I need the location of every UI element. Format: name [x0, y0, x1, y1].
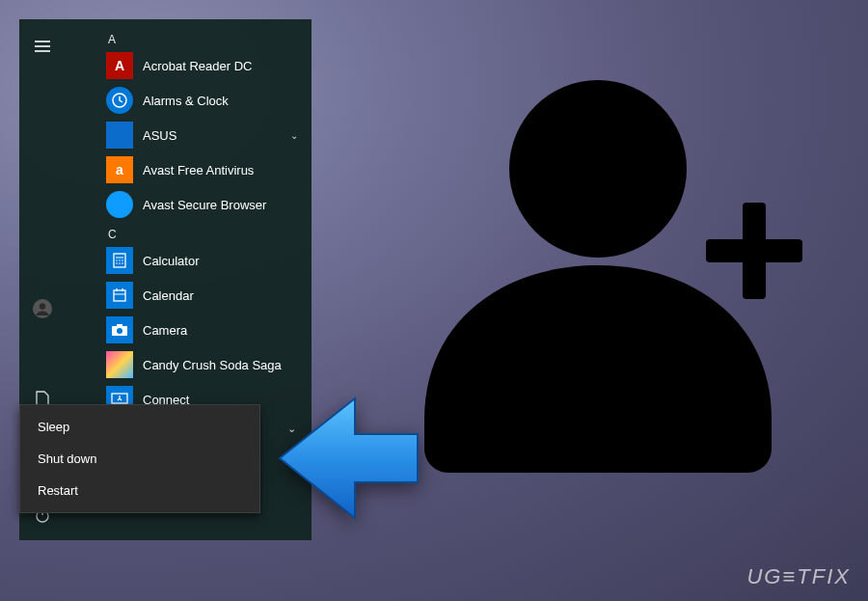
- app-asus-folder[interactable]: ASUS ⌄: [66, 118, 312, 152]
- calendar-icon: [106, 282, 133, 309]
- svg-point-21: [122, 262, 123, 264]
- acrobat-icon: A: [106, 52, 133, 79]
- add-user-silhouette: [405, 58, 820, 473]
- app-camera[interactable]: Camera: [66, 313, 312, 347]
- power-sleep[interactable]: Sleep: [20, 411, 259, 443]
- section-header[interactable]: C: [66, 222, 312, 243]
- app-label: Calculator: [143, 254, 200, 268]
- app-label: Calendar: [143, 288, 194, 303]
- watermark-text: TFIX: [797, 564, 851, 588]
- app-acrobat-reader[interactable]: A Acrobat Reader DC: [66, 48, 312, 83]
- app-avast-browser[interactable]: Avast Secure Browser: [66, 187, 312, 222]
- power-restart[interactable]: Restart: [20, 475, 259, 506]
- svg-rect-22: [114, 290, 125, 301]
- app-avast-antivirus[interactable]: a Avast Free Antivirus: [66, 152, 312, 187]
- chevron-down-icon: ⌄: [287, 423, 296, 435]
- camera-icon: [106, 316, 133, 343]
- app-candy-crush[interactable]: Candy Crush Soda Saga: [66, 347, 312, 382]
- avast-browser-icon: [106, 191, 133, 218]
- watermark: UG≡TFIX: [746, 564, 851, 589]
- power-shutdown[interactable]: Shut down: [20, 443, 259, 475]
- candy-crush-icon: [106, 351, 133, 378]
- svg-point-19: [116, 262, 118, 264]
- svg-point-20: [119, 262, 121, 264]
- svg-point-0: [509, 80, 687, 258]
- avast-icon: a: [106, 156, 133, 183]
- svg-rect-28: [117, 324, 122, 327]
- app-label: ASUS: [143, 128, 176, 143]
- app-label: Acrobat Reader DC: [143, 59, 252, 73]
- svg-point-18: [122, 260, 123, 261]
- section-header[interactable]: A: [66, 29, 312, 48]
- app-label: Alarms & Clock: [143, 94, 229, 108]
- power-context-menu: Sleep Shut down Restart: [19, 404, 260, 513]
- svg-rect-2: [706, 239, 802, 262]
- user-account-button[interactable]: [19, 289, 66, 328]
- clock-icon: [106, 87, 133, 114]
- app-label: Avast Free Antivirus: [143, 163, 254, 178]
- chevron-down-icon: ⌄: [290, 130, 298, 141]
- annotation-arrow: [268, 381, 422, 535]
- app-alarms-clock[interactable]: Alarms & Clock: [66, 83, 312, 118]
- app-label: Avast Secure Browser: [143, 198, 266, 212]
- app-calculator[interactable]: Calculator: [66, 243, 312, 278]
- svg-point-27: [117, 328, 122, 334]
- app-calendar[interactable]: Calendar: [66, 278, 312, 313]
- app-label: Candy Crush Soda Saga: [143, 358, 282, 372]
- svg-point-7: [40, 303, 45, 309]
- app-label: Camera: [143, 323, 187, 338]
- hamburger-icon[interactable]: [19, 27, 66, 66]
- watermark-text: UG: [746, 564, 782, 588]
- svg-point-17: [119, 260, 121, 261]
- svg-point-16: [116, 260, 118, 261]
- folder-icon: [106, 122, 133, 149]
- calculator-icon: [106, 247, 133, 274]
